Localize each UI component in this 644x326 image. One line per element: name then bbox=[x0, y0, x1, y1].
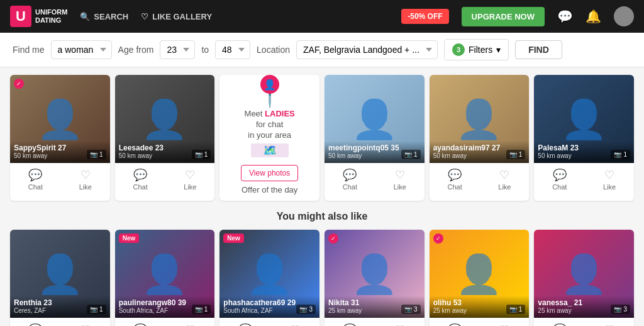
chat-button[interactable]: 💬 Chat bbox=[447, 323, 462, 326]
like-button[interactable]: ♡ Like bbox=[79, 323, 92, 326]
profile-photo[interactable]: 👤 ✓ olihu 53 25 km away 📷 1 bbox=[430, 230, 530, 318]
photo-count: 📷 1 bbox=[87, 305, 106, 314]
age-to-select[interactable]: 48 30 40 55 bbox=[215, 40, 250, 59]
photo-count: 📷 1 bbox=[87, 150, 106, 159]
profile-card: 👤 Renthia 23 Ceres, ZAF 📷 1 💬 Chat ♡ Lik… bbox=[10, 230, 110, 326]
chat-icon[interactable]: 💬 bbox=[557, 9, 573, 24]
heart-icon: ♡ bbox=[604, 168, 614, 182]
chat-button[interactable]: 💬 Chat bbox=[133, 168, 147, 191]
card-actions: 💬 Chat ♡ Like bbox=[325, 318, 425, 326]
chat-button[interactable]: 💬 Chat bbox=[28, 168, 43, 191]
profile-photo[interactable]: 👤 Renthia 23 Ceres, ZAF 📷 1 bbox=[10, 230, 110, 318]
like-button[interactable]: ♡ Like bbox=[603, 168, 616, 191]
find-me-label: Find me bbox=[13, 45, 45, 55]
like-button[interactable]: ♡ Like bbox=[79, 168, 92, 191]
location-select[interactable]: ZAF, Belgravia Landgoed + ... bbox=[296, 40, 438, 59]
new-badge: New bbox=[223, 233, 244, 243]
filters-button[interactable]: 3 Filters ▾ bbox=[444, 39, 509, 60]
upgrade-button[interactable]: UPGRADE NOW bbox=[462, 7, 545, 26]
heart-icon: ♡ bbox=[141, 12, 148, 21]
chat-button[interactable]: 💬 Chat bbox=[447, 168, 462, 191]
like-button[interactable]: ♡ Like bbox=[498, 168, 511, 191]
like-label: Like bbox=[394, 183, 406, 191]
photo-count: 📷 1 bbox=[611, 150, 630, 159]
ad-map: 🗺️ bbox=[251, 143, 289, 157]
profile-photo[interactable]: 👤 New paulinerangw80 39 South Africa, ZA… bbox=[115, 230, 215, 318]
age-from-select[interactable]: 23 18 25 30 bbox=[160, 40, 195, 59]
chat-icon: 💬 bbox=[553, 168, 567, 182]
chat-icon: 💬 bbox=[238, 323, 252, 326]
camera-icon: 📷 bbox=[299, 306, 307, 313]
camera-icon: 📷 bbox=[404, 151, 412, 158]
offer-label: Offer of the day bbox=[242, 185, 297, 194]
profile-photo[interactable]: 👤 New phashacathera69 29 South Africa, Z… bbox=[219, 230, 319, 318]
card-actions: 💬 Chat ♡ Like bbox=[430, 318, 530, 326]
photo-count: 📷 1 bbox=[401, 150, 421, 159]
heart-icon: ♡ bbox=[395, 168, 405, 182]
discount-badge: -50% OFF bbox=[401, 9, 448, 24]
chat-icon: 💬 bbox=[448, 168, 462, 182]
chat-icon: 💬 bbox=[28, 323, 42, 326]
chat-button[interactable]: 💬 Chat bbox=[238, 323, 252, 326]
photo-count: 📷 1 bbox=[506, 305, 526, 314]
profile-photo[interactable]: 👤 meetingpointq05 35 50 km away 📷 1 bbox=[325, 75, 425, 163]
card-actions: 💬 Chat ♡ Like bbox=[325, 163, 425, 196]
photo-count: 📷 3 bbox=[611, 305, 630, 314]
gender-select[interactable]: a woman a man bbox=[51, 40, 112, 59]
profile-photo[interactable]: 👤 PalesaM 23 50 km away 📷 1 bbox=[534, 75, 634, 163]
like-button[interactable]: ♡ Like bbox=[184, 168, 196, 191]
main-content: 👤 ✓ SappySpirit 27 50 km away 📷 1 💬 Chat… bbox=[0, 67, 644, 326]
profile-photo[interactable]: 👤 Leesadee 23 50 km away 📷 1 bbox=[115, 75, 215, 163]
avatar[interactable] bbox=[614, 6, 634, 26]
profile-photo[interactable]: 👤 vanessa_ 21 25 km away 📷 3 bbox=[534, 230, 634, 318]
heart-icon: ♡ bbox=[80, 168, 91, 182]
profile-photo[interactable]: 👤 ✓ SappySpirit 27 50 km away 📷 1 bbox=[10, 75, 110, 163]
heart-icon: ♡ bbox=[395, 323, 405, 326]
card-actions: 💬 Chat ♡ Like bbox=[534, 318, 634, 326]
logo[interactable]: U UNIFORM DATING bbox=[10, 6, 67, 27]
chat-button[interactable]: 💬 Chat bbox=[552, 323, 567, 326]
profile-card: 👤 ✓ olihu 53 25 km away 📷 1 💬 Chat ♡ Lik… bbox=[430, 230, 530, 326]
chat-button[interactable]: 💬 Chat bbox=[552, 168, 567, 191]
like-button[interactable]: ♡ Like bbox=[603, 323, 616, 326]
camera-icon: 📷 bbox=[509, 151, 517, 158]
nav-search[interactable]: 🔍 SEARCH bbox=[80, 12, 128, 21]
bottom-profiles-row: 👤 Renthia 23 Ceres, ZAF 📷 1 💬 Chat ♡ Lik… bbox=[10, 230, 634, 326]
card-actions: 💬 Chat ♡ Like bbox=[219, 318, 319, 326]
card-actions: 💬 Chat ♡ Like bbox=[430, 163, 530, 196]
chat-icon: 💬 bbox=[133, 323, 147, 326]
chat-label: Chat bbox=[343, 183, 357, 191]
view-photos-button[interactable]: View photos bbox=[241, 165, 298, 181]
like-button[interactable]: ♡ Like bbox=[394, 323, 406, 326]
nav-like-gallery[interactable]: ♡ LIKE GALLERY bbox=[141, 12, 212, 21]
like-button[interactable]: ♡ Like bbox=[394, 168, 406, 191]
logo-text: UNIFORM DATING bbox=[35, 8, 67, 25]
profile-card: 👤 ✓ SappySpirit 27 50 km away 📷 1 💬 Chat… bbox=[10, 75, 110, 201]
chat-button[interactable]: 💬 Chat bbox=[343, 323, 357, 326]
heart-icon: ♡ bbox=[185, 168, 195, 182]
location-label: Location bbox=[257, 45, 290, 55]
chat-icon: 💬 bbox=[343, 168, 357, 182]
profile-photo[interactable]: 👤 ✓ Nikita 31 25 km away 📷 3 bbox=[325, 230, 425, 318]
ad-avatar: 👤 bbox=[260, 75, 279, 94]
chat-label: Chat bbox=[133, 183, 147, 191]
chat-button[interactable]: 💬 Chat bbox=[28, 323, 43, 326]
chat-label: Chat bbox=[552, 183, 567, 191]
photo-count: 📷 1 bbox=[506, 150, 526, 159]
heart-icon: ♡ bbox=[499, 168, 509, 182]
chat-button[interactable]: 💬 Chat bbox=[343, 168, 357, 191]
like-label: Like bbox=[184, 183, 196, 191]
profile-photo[interactable]: 👤 ayandasiraim97 27 50 km away 📷 1 bbox=[430, 75, 530, 163]
bell-icon[interactable]: 🔔 bbox=[586, 9, 601, 24]
like-button[interactable]: ♡ Like bbox=[498, 323, 511, 326]
ad-card: 📍 👤 Meet LADIESfor chatin your area 🗺️ V… bbox=[219, 75, 319, 201]
like-label: Like bbox=[603, 183, 616, 191]
like-button[interactable]: ♡ Like bbox=[184, 323, 196, 326]
logo-u-icon: U bbox=[10, 6, 31, 27]
profile-card: 👤 vanessa_ 21 25 km away 📷 3 💬 Chat ♡ Li… bbox=[534, 230, 634, 326]
profile-card: 👤 New paulinerangw80 39 South Africa, ZA… bbox=[115, 230, 215, 326]
like-button[interactable]: ♡ Like bbox=[289, 323, 301, 326]
chat-button[interactable]: 💬 Chat bbox=[133, 323, 147, 326]
find-button[interactable]: FIND bbox=[515, 40, 562, 59]
chevron-down-icon: ▾ bbox=[496, 45, 501, 55]
